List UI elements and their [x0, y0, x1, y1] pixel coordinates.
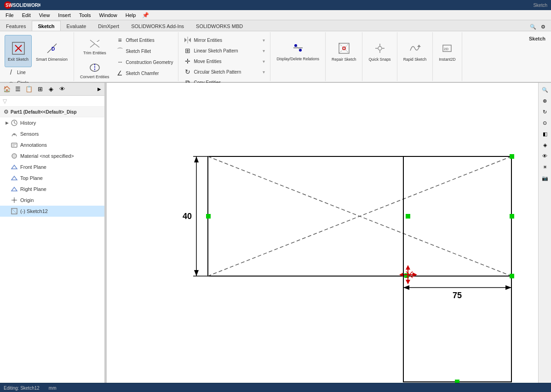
group-mirror: Mirror Entities ▾ ⊞ Linear Sketch Patter…: [178, 32, 270, 81]
filter-icon: ▽: [3, 98, 7, 104]
tree-item-right-plane[interactable]: ▶ Right Plane: [0, 184, 106, 195]
pin-icon[interactable]: 📌: [142, 12, 149, 18]
origin-expand[interactable]: ▶: [4, 197, 10, 203]
lighting-btn[interactable]: ☀: [540, 162, 550, 172]
tree-item-origin[interactable]: ▶ Origin: [0, 195, 106, 206]
panel-expand-btn[interactable]: ▶: [94, 84, 104, 94]
options-btn[interactable]: ⚙: [539, 23, 547, 31]
rapid-sketch-button[interactable]: Rapid Sketch: [400, 35, 430, 67]
convert-entities-button[interactable]: Convert Entities: [77, 59, 113, 82]
tab-sketch[interactable]: Sketch: [32, 21, 60, 31]
svg-point-33: [13, 133, 15, 135]
tab-mbd[interactable]: SOLIDWORKS MBD: [190, 21, 249, 31]
offset-icon: ≡: [116, 36, 124, 44]
menu-view[interactable]: View: [35, 12, 54, 19]
display-style-btn[interactable]: ◧: [540, 129, 550, 139]
origin-label: Origin: [20, 197, 34, 203]
trim-icon: [88, 38, 101, 49]
dim-xpert-btn[interactable]: ◈: [46, 84, 56, 94]
hide-show-btn[interactable]: 👁: [540, 151, 550, 161]
smart-dimension-button[interactable]: D Smart Dimension: [33, 35, 71, 67]
quick-snaps-button[interactable]: Quick Snaps: [365, 35, 394, 67]
sw-logo: SW SOLIDWORKS: [4, 1, 40, 9]
offset-entities-button[interactable]: ≡ Offset Entities: [114, 35, 176, 45]
property-manager-btn[interactable]: 📋: [24, 84, 34, 94]
material-icon: [10, 152, 18, 160]
tree-item-front-plane[interactable]: ▶ Front Plane: [0, 161, 106, 173]
resize-handle[interactable]: [104, 83, 106, 383]
line-btn[interactable]: / Line: [5, 67, 71, 77]
config-manager-btn[interactable]: ⊞: [35, 84, 45, 94]
tree-item-top-plane[interactable]: ▶ Top Plane: [0, 173, 106, 184]
tree-item-history[interactable]: ▶ History: [0, 117, 106, 128]
display-manager-btn[interactable]: 👁: [57, 84, 67, 94]
display-delete-relations-button[interactable]: Display/Delete Relations: [273, 35, 322, 67]
tree-item-annotations[interactable]: ▶ Annotations: [0, 139, 106, 150]
history-icon: [10, 119, 18, 127]
menu-window[interactable]: Window: [96, 12, 121, 19]
tab-features[interactable]: Features: [0, 21, 32, 31]
circular-sketch-pattern-btn[interactable]: ↻ Circular Sketch Pattern ▾: [181, 67, 267, 77]
sketch12-expand[interactable]: ▶: [4, 208, 10, 214]
material-expand[interactable]: ▶: [4, 153, 10, 159]
canvas-area[interactable]: 40 75: [107, 83, 538, 383]
title-bar: SW SOLIDWORKS Sketch: [0, 0, 551, 10]
annotations-expand[interactable]: ▶: [4, 142, 10, 148]
search-commands-btn[interactable]: 🔍: [529, 23, 537, 31]
trim-entities-button[interactable]: Trim Entities: [77, 35, 113, 58]
menu-help[interactable]: Help: [122, 12, 140, 19]
display-delete-icon: [291, 40, 305, 55]
top-plane-expand[interactable]: ▶: [4, 175, 10, 181]
circular-pattern-icon: ↻: [184, 68, 192, 76]
right-plane-expand[interactable]: ▶: [4, 186, 10, 192]
top-plane-icon: [10, 174, 18, 182]
top-plane-label: Top Plane: [20, 175, 43, 181]
view-orientation-btn[interactable]: 🔍: [540, 85, 550, 95]
svg-line-32: [14, 123, 16, 124]
menu-edit[interactable]: Edit: [18, 12, 34, 19]
ribbon-content: Exit Sketch D Smart Dimension /: [0, 31, 551, 82]
exit-sketch-label: Exit Sketch: [8, 57, 29, 62]
construction-geometry-btn[interactable]: ┄ Construction Geometry: [114, 57, 176, 67]
material-label: Material <not specified>: [20, 153, 74, 159]
convert-label: Convert Entities: [80, 75, 109, 79]
left-panel: 🏠 ☰ 📋 ⊞ ◈ 👁 ▶ ▽ ⚙ Part1 (Default<<Defaul…: [0, 83, 107, 383]
svg-point-22: [378, 46, 382, 50]
menu-file[interactable]: File: [2, 12, 17, 19]
linear-pattern-icon: ⊞: [184, 46, 192, 55]
svg-rect-43: [107, 83, 538, 383]
feature-tree: ▶ History ▶ Sens: [0, 117, 106, 217]
zoom-btn[interactable]: ⊕: [540, 96, 550, 106]
mirror-entities-button[interactable]: Mirror Entities ▾: [181, 35, 267, 45]
rotate-btn[interactable]: ↻: [540, 107, 550, 117]
sensors-icon: [10, 130, 18, 138]
menu-tools[interactable]: Tools: [75, 12, 95, 19]
group-quick-snaps: Quick Snaps: [362, 32, 397, 81]
svg-text:D: D: [52, 46, 55, 52]
instant2d-button[interactable]: 2D Instant2D: [436, 35, 459, 67]
camera-btn[interactable]: 📷: [540, 173, 550, 183]
linear-sketch-pattern-button[interactable]: ⊞ Linear Sketch Pattern ▾: [181, 46, 267, 56]
feature-manager-btn[interactable]: ☰: [13, 84, 23, 94]
exit-sketch-button[interactable]: Exit Sketch: [5, 35, 32, 67]
front-plane-expand[interactable]: ▶: [4, 164, 10, 170]
group-repair: Repair Sketch: [326, 32, 362, 81]
tab-evaluate[interactable]: Evaluate: [61, 21, 92, 31]
motion-study-btn[interactable]: 🏠: [2, 84, 12, 94]
tree-item-material[interactable]: ▶ Material <not specified>: [0, 150, 106, 161]
sensors-expand[interactable]: ▶: [4, 131, 10, 137]
menu-insert[interactable]: Insert: [54, 12, 75, 19]
appearance-btn[interactable]: ◈: [540, 140, 550, 150]
tree-item-sensors[interactable]: ▶ Sensors: [0, 128, 106, 139]
menubar: File Edit View Insert Tools Window Help …: [0, 10, 551, 20]
tab-addins[interactable]: SOLIDWORKS Add-Ins: [125, 21, 190, 31]
sketch-chamfer-btn[interactable]: ∠ Sketch Chamfer: [114, 68, 176, 78]
sketch-fillet-btn[interactable]: ⌒ Sketch Fillet: [114, 46, 176, 56]
section-view-btn[interactable]: ⊙: [540, 118, 550, 128]
fillet-icon: ⌒: [116, 47, 124, 55]
repair-sketch-button[interactable]: Repair Sketch: [328, 35, 359, 67]
tab-dimxpert[interactable]: DimXpert: [92, 21, 125, 31]
tree-item-sketch12[interactable]: ▶ (-) Sketch12: [0, 206, 106, 217]
history-expand[interactable]: ▶: [4, 120, 10, 126]
move-entities-button[interactable]: ✛ Move Entities ▾: [181, 56, 267, 66]
